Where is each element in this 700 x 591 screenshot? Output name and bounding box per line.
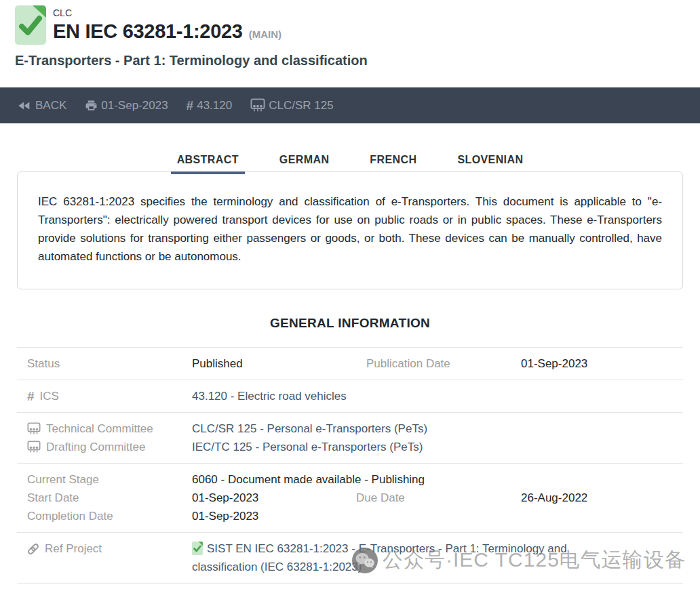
document-check-icon [15, 5, 46, 45]
link-icon [27, 543, 39, 555]
page-title: EN IEC 63281-1:2023 [53, 20, 243, 43]
toolbar-date: 01-Sep-2023 [101, 99, 168, 113]
print-date-item[interactable]: 01-Sep-2023 [85, 99, 168, 113]
committee-icon [250, 98, 265, 113]
publication-date-label: Publication Date [356, 354, 521, 373]
table-row-ref-project: Ref Project SIST EN IEC 63281-1:2023 - E… [17, 532, 683, 583]
standard-detail-page: CLC EN IEC 63281-1:2023 (MAIN) E-Transpo… [0, 0, 700, 591]
publication-date-value: 01-Sep-2023 [521, 354, 683, 373]
committee-icon [27, 441, 41, 453]
general-information-heading: GENERAL INFORMATION [0, 315, 700, 331]
general-information-table: Status Published Publication Date 01-Sep… [17, 347, 683, 584]
table-row-committees: Technical Committee CLC/SR 125 - Persona… [17, 412, 683, 463]
document-check-icon [192, 542, 203, 555]
tab-slovenian[interactable]: SLOVENIAN [451, 147, 529, 174]
committee-icon [27, 422, 41, 435]
table-row-status: Status Published Publication Date 01-Sep… [17, 347, 683, 380]
current-stage-label: Current Stage [17, 470, 192, 489]
toolbar-committee: CLC/SR 125 [269, 99, 333, 113]
tab-german[interactable]: GERMAN [273, 147, 336, 174]
toolbar: BACK 01-Sep-2023 # 43.120 CLC/SR 125 [0, 87, 700, 123]
language-tabs: ABSTRACT GERMAN FRENCH SLOVENIAN [0, 147, 700, 174]
start-date-label: Start Date [17, 489, 192, 507]
back-label: BACK [35, 99, 66, 113]
toolbar-ics: 43.120 [197, 99, 232, 113]
tab-french[interactable]: FRENCH [364, 147, 423, 174]
rewind-icon [17, 98, 32, 113]
drafting-committee-label: Drafting Committee [17, 438, 192, 456]
document-header: CLC EN IEC 63281-1:2023 (MAIN) E-Transpo… [0, 0, 700, 69]
ics-item[interactable]: # 43.120 [187, 98, 233, 113]
table-row-ics: # ICS 43.120 - Electric road vehicles [17, 380, 683, 412]
tab-abstract[interactable]: ABSTRACT [171, 147, 245, 174]
status-value: Published [192, 354, 356, 373]
technical-committee-label: Technical Committee [17, 420, 192, 438]
ics-label: # ICS [17, 387, 192, 405]
ref-project-label: Ref Project [17, 539, 192, 558]
document-subtitle: E-Transporters - Part 1: Terminology and… [15, 52, 685, 69]
back-button[interactable]: BACK [17, 98, 66, 113]
completion-date-label: Completion Date [17, 507, 192, 525]
drafting-committee-link[interactable]: IEC/TC 125 - Personal e-Transporters (Pe… [192, 441, 423, 453]
ref-project-link[interactable]: SIST EN IEC 63281-1:2023 - E-Transporter… [192, 542, 567, 573]
main-tag: (MAIN) [249, 28, 281, 40]
abstract-text: IEC 63281-1:2023 specifies the terminolo… [38, 192, 662, 266]
table-row-stage: Current Stage 6060 - Document made avail… [17, 463, 683, 532]
due-date-label: Due Date [356, 489, 521, 507]
technical-committee-link[interactable]: CLC/SR 125 - Personal e-Transporters (Pe… [192, 422, 427, 435]
completion-date-value: 01-Sep-2023 [192, 507, 356, 525]
hash-icon: # [27, 387, 35, 405]
due-date-value: 26-Aug-2022 [521, 489, 683, 507]
ics-link[interactable]: 43.120 - Electric road vehicles [192, 390, 347, 403]
hash-icon: # [187, 98, 194, 113]
status-label: Status [17, 354, 192, 373]
current-stage-value: 6060 - Document made available - Publish… [192, 470, 683, 489]
start-date-value: 01-Sep-2023 [192, 489, 356, 507]
printer-icon [85, 99, 98, 112]
organization-code: CLC [53, 7, 281, 19]
committee-item[interactable]: CLC/SR 125 [250, 98, 333, 113]
abstract-card: IEC 63281-1:2023 specifies the terminolo… [17, 171, 683, 289]
